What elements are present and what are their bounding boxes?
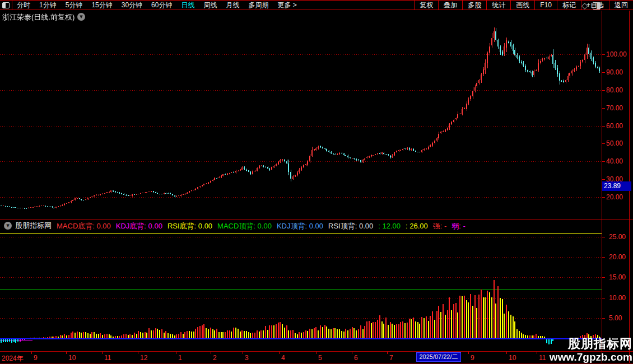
axis-divider <box>0 351 633 352</box>
indicator-axis-label: 15.00 <box>609 273 626 281</box>
watermark: 股朋指标网 www.7gpzb.com <box>550 337 632 363</box>
toolbar-period-1分钟[interactable]: 1分钟 <box>35 1 61 10</box>
price-axis-label: 40.00 <box>606 157 623 165</box>
main-candlestick-chart[interactable] <box>0 11 602 220</box>
time-tick <box>243 352 243 354</box>
toolbar-action-多股[interactable]: 多股 <box>462 1 486 10</box>
axis-tick <box>602 298 605 298</box>
collapse-indicator-icon[interactable]: ▾ <box>4 222 12 230</box>
toolbar-action-F10[interactable]: F10 <box>534 1 557 10</box>
time-tick <box>352 352 352 354</box>
month-label: 6 <box>354 354 358 362</box>
toolbar-period-5分钟[interactable]: 5分钟 <box>61 1 87 10</box>
month-label: 10 <box>68 354 76 362</box>
time-tick <box>279 352 280 354</box>
toolbar-action-复权[interactable]: 复权 <box>414 1 438 10</box>
month-label: 7 <box>389 354 393 362</box>
year-label: 2024年 <box>2 354 24 363</box>
time-tick <box>316 352 316 354</box>
axis-tick <box>602 179 605 180</box>
toolbar-action-叠加[interactable]: 叠加 <box>438 1 462 10</box>
time-tick <box>387 352 388 354</box>
time-tick <box>537 352 537 354</box>
month-label: 4 <box>281 354 285 362</box>
time-tick <box>102 352 103 354</box>
bottom-frame <box>0 363 633 363</box>
watermark-site-name: 股朋指标网 <box>550 337 632 351</box>
price-axis-label: 20.00 <box>606 193 623 201</box>
indicator-field: KDJ底背: 0.00 <box>116 222 162 230</box>
indicator-axis-label: 25.00 <box>609 233 626 241</box>
indicator-field: RSI底背: 0.00 <box>167 222 212 230</box>
toolbar-period-60分钟[interactable]: 60分钟 <box>147 1 176 10</box>
toolbar-action-画线[interactable]: 画线 <box>510 1 534 10</box>
chevron-down-icon[interactable]: ▾ <box>77 13 85 21</box>
indicator-histogram-chart[interactable] <box>0 231 602 351</box>
price-axis-label: 100.00 <box>606 50 627 58</box>
toolbar-period-月线[interactable]: 月线 <box>221 1 244 10</box>
toolbar-period-更多 >[interactable]: 更多 > <box>273 1 301 10</box>
price-axis-label: 90.00 <box>606 68 623 76</box>
toolbar-period-分时[interactable]: 分时 <box>12 1 35 10</box>
month-label: 10 <box>509 354 516 362</box>
time-tick <box>468 352 469 354</box>
watermark-url: www.7gpzb.com <box>550 351 632 363</box>
indicator-field: : 12.00 <box>378 222 401 230</box>
indicator-field: : 26.00 <box>406 222 428 230</box>
layout-toggle-button[interactable] <box>0 1 12 10</box>
top-toolbar: 分时1分钟5分钟15分钟30分钟60分钟日线周线月线多周期更多 > 复权叠加多股… <box>0 0 633 10</box>
period-tabs: 分时1分钟5分钟15分钟30分钟60分钟日线周线月线多周期更多 > <box>12 1 301 10</box>
month-label: 1 <box>178 354 182 362</box>
price-axis-label: 80.00 <box>606 86 623 94</box>
indicator-field: KDJ顶背: 0.00 <box>277 222 323 230</box>
axis-tick <box>602 90 605 91</box>
time-tick <box>31 352 32 354</box>
month-label: 11 <box>104 354 111 362</box>
axis-tick <box>602 72 605 73</box>
price-axis-label: 60.00 <box>606 122 623 130</box>
indicator-axis-label: 10.00 <box>609 294 626 302</box>
time-tick <box>138 352 138 354</box>
split-panel-icon[interactable] <box>593 2 601 10</box>
toolbar-period-多周期[interactable]: 多周期 <box>244 1 273 10</box>
toolbar-period-日线[interactable]: 日线 <box>176 1 199 10</box>
axis-tick <box>602 161 605 162</box>
indicator-source-label: 股朋指标网 <box>15 221 52 231</box>
selected-date-box: 2025/07/22/二 <box>416 352 461 362</box>
indicator-field: MACD顶背: 0.00 <box>217 222 272 230</box>
month-label: 11 <box>539 354 546 362</box>
indicator-field: RSI顶背: 0.00 <box>328 222 373 230</box>
indicator-axis-label: 5.00 <box>609 314 622 322</box>
month-label: 9 <box>34 354 38 362</box>
diamond-icon[interactable]: ◇ <box>581 1 588 11</box>
month-label: 9 <box>471 354 474 362</box>
month-label: 2 <box>213 354 217 362</box>
price-axis-label: 50.00 <box>606 139 623 147</box>
toolbar-action-统计[interactable]: 统计 <box>486 1 510 10</box>
axis-tick <box>602 54 605 55</box>
time-tick <box>506 352 507 354</box>
axis-tick <box>602 277 605 278</box>
toolbar-action-返回[interactable]: 返回 <box>609 1 633 10</box>
time-tick <box>211 352 211 354</box>
price-axis-label: 70.00 <box>606 104 623 112</box>
month-label: 12 <box>140 354 147 362</box>
axis-tick <box>602 257 605 258</box>
indicator-header: ▾ 股朋指标网 MACD底背: 0.00KDJ底背: 0.00RSI底背: 0.… <box>0 221 602 231</box>
last-price-tag: 23.89 <box>602 181 631 191</box>
axis-tick <box>602 237 605 237</box>
page-title: 浙江荣泰(日线.前复权) <box>2 12 75 22</box>
month-label: 3 <box>245 354 249 362</box>
toolbar-period-15分钟[interactable]: 15分钟 <box>87 1 117 10</box>
toolbar-period-周线[interactable]: 周线 <box>199 1 221 10</box>
month-label: 5 <box>318 354 322 362</box>
half-panel-icon <box>2 2 10 8</box>
title-row: 浙江荣泰(日线.前复权) ▾ <box>0 11 602 22</box>
time-tick <box>176 352 176 354</box>
toolbar-period-30分钟[interactable]: 30分钟 <box>117 1 147 10</box>
indicator-field: 弱: - <box>452 222 466 230</box>
toolbar-action-标记[interactable]: 标记 <box>557 1 581 10</box>
axis-tick <box>602 108 605 109</box>
axis-tick <box>602 318 605 319</box>
time-tick <box>66 352 67 354</box>
